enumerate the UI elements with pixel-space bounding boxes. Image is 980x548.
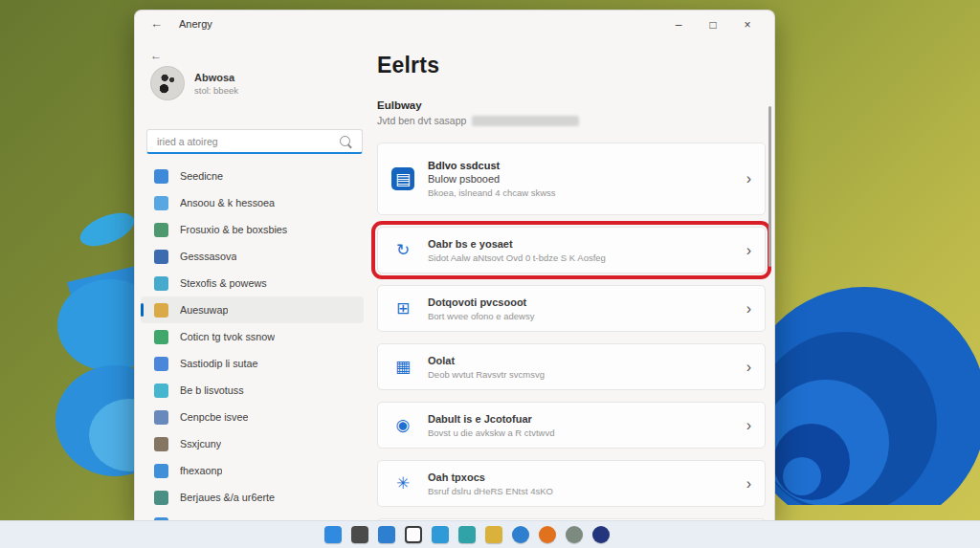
card-subtitle: Bsruf dslru dHeRS ENtst 4sKO — [428, 486, 739, 496]
sidebar-icon — [154, 437, 168, 451]
sidebar-item-10[interactable]: Cenpcbe isvee — [141, 404, 364, 430]
sidebar-item-label: Ssxjcuny — [180, 438, 221, 449]
card-text: Oah tpxocs Bsruf dslru dHeRS ENtst 4sKO — [428, 471, 739, 496]
sidebar-item-5[interactable]: Stexofis & powews — [141, 270, 364, 296]
card-subtitle: Bkoea, islneand 4 chcaw skwss — [428, 187, 739, 198]
taskbar — [0, 520, 980, 548]
sidebar-item-11[interactable]: Ssxjcuny — [141, 430, 364, 457]
sidebar-icon — [154, 250, 168, 264]
window-title: Anergy — [179, 18, 212, 30]
card-subtitle: Sidot Aalw aNtsovt Ovd 0 t-bdze S K Aosf… — [428, 252, 739, 263]
start-icon[interactable] — [324, 526, 342, 543]
sidebar-item-label: Frosuxio & be boxsbies — [180, 224, 287, 235]
selected-accent-bar — [141, 303, 144, 317]
sidebar-item-label: Cenpcbe isvee — [180, 411, 248, 423]
sidebar-item-label: Ansoou & k hessoea — [180, 197, 275, 208]
card-icon: ↻ — [391, 239, 414, 262]
user-account[interactable]: Abwosa stol: bbeek — [150, 66, 351, 100]
sidebar-item-1[interactable]: Seedicne — [141, 163, 364, 189]
card-text: Dotqovoti pvcsooot Bort wvee ofono e ade… — [428, 296, 739, 321]
sidebar-item-label: Berjaues &/a ur6erte — [180, 492, 275, 503]
titlebar: ← Anergy – □ × — [135, 11, 774, 39]
sidebar-item-label: Be b lisvotuss — [180, 384, 244, 396]
section-description-text: Jvtd ben dvt sasapp — [377, 115, 466, 126]
card-subtitle: Bort wvee ofono e adewsy — [428, 311, 739, 321]
edge-icon[interactable] — [592, 526, 610, 543]
card-dabult[interactable]: ◉ Dabult is e Jcotofuar Bovst u die avks… — [377, 402, 766, 449]
sidebar-item-label: Auesuwap — [180, 304, 228, 316]
widgets-icon[interactable] — [405, 526, 422, 543]
sidebar-item-7[interactable]: Coticn tg tvok ssnow — [141, 323, 364, 350]
card-title: Dabult is e Jcotofuar — [428, 413, 739, 425]
sidebar-item-label: Seedicne — [180, 170, 223, 182]
sidebar-back-arrow-icon[interactable]: ← — [150, 49, 162, 62]
sidebar-icon — [154, 303, 168, 318]
chevron-right-icon: › — [746, 300, 751, 318]
sidebar-icon — [154, 169, 168, 184]
sidebar-icon — [154, 223, 168, 237]
card-text: Bdlvo ssdcust Bulow psbooed Bkoea, islne… — [428, 160, 739, 198]
sidebar-item-13[interactable]: Berjaues &/a ur6erte — [141, 484, 364, 511]
card-oah-tpxocs[interactable]: ✳ Oah tpxocs Bsruf dslru dHeRS ENtst 4sK… — [377, 460, 766, 507]
sidebar-item-2[interactable]: Ansoou & k hessoea — [141, 189, 364, 216]
back-arrow-icon[interactable]: ← — [150, 16, 163, 31]
window-controls: – □ × — [661, 12, 765, 37]
sidebar-item-8[interactable]: Sastiodip li sutae — [141, 350, 364, 377]
folder-icon[interactable] — [485, 526, 502, 543]
card-dotqovoti[interactable]: ⊞ Dotqovoti pvcsooot Bort wvee ofono e a… — [377, 285, 766, 332]
sidebar-item-12[interactable]: fhexaonp — [141, 457, 364, 484]
sidebar-item-label: Coticn tg tvok ssnow — [180, 331, 275, 342]
scrollbar[interactable] — [768, 106, 771, 267]
search-input[interactable] — [147, 136, 340, 147]
sidebar-icon — [154, 384, 168, 398]
chevron-right-icon: › — [746, 417, 751, 434]
sidebar-item-3[interactable]: Frosuxio & be boxsbies — [141, 216, 364, 243]
sidebar-item-label: fhexaonp — [180, 465, 222, 476]
task-view-icon[interactable] — [378, 526, 395, 543]
sidebar-icon — [154, 196, 168, 210]
settings-card-list: ▤ Bdlvo ssdcust Bulow psbooed Bkoea, isl… — [377, 142, 766, 521]
card-subtitle: Deob wvtut Ravsvtr svcmsvg — [428, 369, 739, 380]
card-bulow-psbooed[interactable]: ▤ Bdlvo ssdcust Bulow psbooed Bkoea, isl… — [377, 142, 766, 215]
user-subtitle: stol: bbeek — [194, 85, 238, 96]
search-icon — [340, 136, 350, 146]
card-text: Oabr bs e yosaet Sidot Aalw aNtsovt Ovd … — [428, 238, 739, 263]
search-icon[interactable] — [351, 526, 368, 543]
card-oolat[interactable]: ▦ Oolat Deob wvtut Ravsvtr svcmsvg › — [377, 343, 766, 390]
store-icon[interactable] — [458, 526, 476, 543]
sidebar-item-label: Gesssasova — [180, 251, 236, 262]
firefox-icon[interactable] — [539, 526, 556, 543]
card-icon: ✳ — [391, 472, 414, 495]
settings-icon[interactable] — [566, 526, 583, 543]
user-name: Abwosa — [194, 72, 238, 83]
sidebar-item-6[interactable]: Auesuwap — [141, 296, 364, 323]
card-title: Bulow psbooed — [428, 173, 739, 185]
card-overline: Bdlvo ssdcust — [428, 160, 739, 171]
card-icon: ◉ — [391, 414, 414, 437]
card-title: Oabr bs e yosaet — [428, 238, 739, 250]
file-explorer-icon[interactable] — [432, 526, 449, 543]
chevron-right-icon: › — [746, 359, 751, 376]
minimize-button[interactable]: – — [661, 12, 696, 37]
close-button[interactable]: × — [730, 12, 765, 37]
sidebar-icon — [154, 464, 168, 478]
card-title: Oolat — [428, 355, 739, 366]
section-description: Jvtd ben dvt sasapp — [377, 115, 774, 126]
section-heading: Eulbway — [377, 99, 774, 111]
card-subtitle: Bovst u die avkskw a R ctvtwvd — [428, 427, 739, 438]
chevron-right-icon: › — [746, 170, 751, 187]
settings-window: ← Anergy – □ × ← Abwosa stol: bbeek — [134, 10, 775, 521]
maximize-button[interactable]: □ — [696, 12, 730, 37]
sidebar-item-9[interactable]: Be b lisvotuss — [141, 377, 364, 404]
card-oabr-yosaet[interactable]: ↻ Oabr bs e yosaet Sidot Aalw aNtsovt Ov… — [377, 227, 766, 274]
card-icon: ▦ — [391, 356, 414, 379]
sidebar-icon — [154, 276, 168, 291]
sidebar-icon — [154, 410, 168, 425]
card-title: Dotqovoti pvcsooot — [428, 296, 739, 308]
sidebar-item-label: Sastiodip li sutae — [180, 358, 258, 369]
sidebar-item-4[interactable]: Gesssasova — [141, 243, 364, 270]
card-text: Dabult is e Jcotofuar Bovst u die avkskw… — [428, 413, 739, 438]
chevron-right-icon: › — [746, 475, 751, 493]
skype-icon[interactable] — [512, 526, 529, 543]
sidebar: ← Abwosa stol: bbeek Seedicne — [135, 39, 369, 520]
